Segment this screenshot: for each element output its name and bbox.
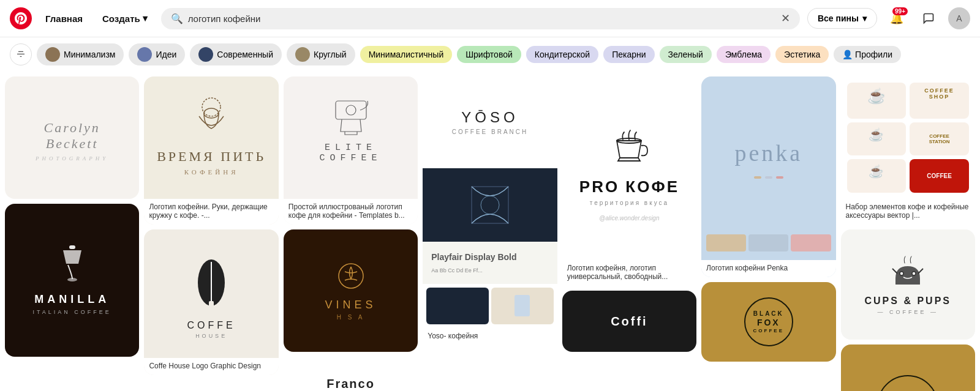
create-button[interactable]: Создать ▾ bbox=[96, 8, 154, 29]
pin-card[interactable]: ВРЕМЯ ПИТЬ КОФЕЙНЯ Логотип кофейни. Руки… bbox=[144, 76, 278, 225]
chip-shriftovoy[interactable]: Шрифтовой bbox=[457, 46, 521, 63]
chip-minimalistichniy[interactable]: Минималистичный bbox=[360, 46, 453, 63]
search-icon: 🔍 bbox=[171, 13, 183, 24]
messages-button[interactable] bbox=[916, 6, 941, 31]
chip-emblema[interactable]: Эмблема bbox=[717, 46, 771, 63]
pin-card[interactable]: BLACK FOX COFFEE bbox=[841, 344, 975, 391]
search-input[interactable] bbox=[188, 13, 776, 24]
pin-card[interactable]: COFFE HOUSE Coffe House Logo Graphic Des… bbox=[144, 229, 278, 375]
filter-options-button[interactable] bbox=[10, 43, 32, 65]
pins-grid: Carolyn Beckett PHOTOGRAPHY MANILLA ITAL… bbox=[0, 72, 980, 391]
chip-pekarni[interactable]: Пекарни bbox=[603, 46, 654, 63]
chip-minimalizm[interactable]: Минимализм bbox=[37, 43, 124, 65]
notification-badge: 99+ bbox=[892, 7, 908, 15]
chevron-down-icon: ▾ bbox=[862, 13, 867, 23]
chip-estetika[interactable]: Эстетика bbox=[775, 46, 829, 63]
pin-card[interactable]: PRO КОФЕ территория вкуса @alice.wonder.… bbox=[562, 76, 696, 286]
clear-search-button[interactable]: ✕ bbox=[781, 13, 790, 24]
pin-card[interactable]: ☕ COFFEE SHOP ☕ COFFEESTATION ☕ COFFEE Н… bbox=[841, 76, 975, 225]
chevron-down-icon: ▾ bbox=[143, 13, 148, 24]
pin-card[interactable]: BLACK FOX COFFEE bbox=[701, 282, 835, 362]
pin-card[interactable]: VINES H S A bbox=[284, 229, 418, 352]
chips-bar: Минимализм Идеи Современный Круглый Мини… bbox=[0, 37, 980, 72]
pin-card[interactable]: MANILLA ITALIAN COFFEE bbox=[5, 204, 139, 357]
notifications-button[interactable]: 🔔 99+ bbox=[884, 6, 909, 31]
home-link[interactable]: Главная bbox=[39, 9, 89, 29]
chip-zelenyy[interactable]: Зеленый bbox=[660, 46, 712, 63]
pin-card[interactable]: CUPS & PUPS — COFFEE — bbox=[841, 229, 975, 340]
pin-card[interactable]: penka Логотип кофейни Penka bbox=[701, 76, 835, 277]
chip-idei[interactable]: Идеи bbox=[129, 43, 185, 65]
pin-card[interactable]: Coffi bbox=[562, 291, 696, 352]
avatar[interactable]: А bbox=[948, 7, 970, 29]
chip-kruglyy[interactable]: Круглый bbox=[287, 43, 355, 65]
pin-card[interactable]: Carolyn Beckett PHOTOGRAPHY bbox=[5, 76, 139, 199]
chip-sovremennyy[interactable]: Современный bbox=[190, 43, 282, 65]
filter-dropdown[interactable]: Все пины ▾ bbox=[807, 8, 877, 29]
header: Главная Создать ▾ 🔍 ✕ Все пины ▾ 🔔 99+ А bbox=[0, 0, 980, 37]
chip-konditerskoy[interactable]: Кондитерской bbox=[526, 46, 598, 63]
pin-card[interactable]: YŌSO COFFEE BRANCH Playfair Display Bold… bbox=[423, 76, 557, 345]
avatar-placeholder: А bbox=[956, 13, 962, 23]
chip-profili[interactable]: 👤 Профили bbox=[834, 46, 901, 63]
search-bar: 🔍 ✕ bbox=[161, 8, 800, 29]
pin-card[interactable]: Franco BEAN bbox=[284, 357, 418, 391]
pin-card[interactable]: ELITE COFFEE Простой иллюстрованый логот… bbox=[284, 76, 418, 225]
pinterest-logo[interactable] bbox=[10, 7, 32, 29]
